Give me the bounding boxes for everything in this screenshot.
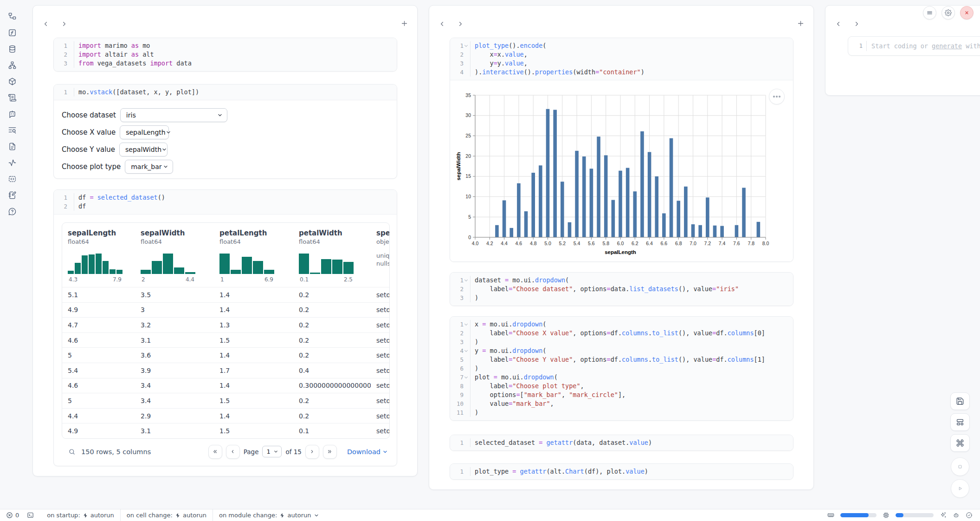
empty-code-cell[interactable]: 1 Start coding or generate with AI: [848, 36, 980, 56]
search-icon[interactable]: [68, 448, 76, 456]
cell-imports[interactable]: 1import marimo as mo2import altair as al…: [53, 38, 397, 72]
code-editor[interactable]: 1x = mo.ui.dropdown(2 label="Choose X va…: [450, 317, 793, 420]
ai-sparkles-button[interactable]: [940, 512, 947, 519]
add-cell-button[interactable]: [400, 20, 409, 28]
sidebar-data-sources-icon[interactable]: [7, 44, 17, 53]
generate-link[interactable]: generate: [932, 42, 962, 50]
code-editor[interactable]: 1plot_type = getattr(alt.Chart(df), plot…: [450, 464, 793, 479]
shutdown-button[interactable]: [960, 6, 974, 20]
column-histogram[interactable]: [141, 251, 195, 274]
copilot-button[interactable]: [953, 512, 960, 519]
sidebar-dependencies-icon[interactable]: [7, 60, 17, 70]
code-line: 4y = mo.ui.dropdown(: [450, 346, 793, 355]
table-row[interactable]: 4.63.41.40.30000000000000004setosa: [62, 378, 390, 393]
table-cell: 1.5: [214, 397, 293, 404]
table-row[interactable]: 4.931.40.2setosa: [62, 302, 390, 318]
svg-text:4.0: 4.0: [472, 241, 479, 246]
dropdown-select-choose-dataset[interactable]: iris: [120, 108, 227, 122]
next-page-button[interactable]: [305, 445, 319, 459]
table-row[interactable]: 4.42.91.40.2setosa: [62, 408, 390, 423]
column-header-petalLength[interactable]: petalLengthfloat6416.9: [214, 229, 293, 283]
runtime-config-on-module-change[interactable]: on module change:autorun: [213, 509, 325, 521]
column-histogram[interactable]: [299, 251, 354, 274]
column-header-petalWidth[interactable]: petalWidthfloat640.12.5: [293, 229, 371, 283]
column3-collapse-right-icon[interactable]: [853, 20, 861, 28]
table-row[interactable]: 53.61.40.2setosa: [62, 347, 390, 363]
column-header-species[interactable]: speciesobjectunique:nulls:: [371, 229, 390, 283]
runtime-config-on-startup[interactable]: on startup:autorun: [41, 509, 120, 521]
table-row[interactable]: 5.13.51.40.2setosa: [62, 287, 390, 302]
settings-button[interactable]: [941, 6, 955, 20]
svg-text:7.2: 7.2: [704, 241, 711, 246]
cell-plot-type[interactable]: 1plot_type = getattr(alt.Chart(df), plot…: [450, 463, 793, 480]
error-indicator[interactable]: 0: [6, 512, 19, 519]
cell-chart[interactable]: 1plot_type().encode(2 x=x.value,3 y=y.va…: [450, 38, 793, 262]
sidebar-outline-search-icon[interactable]: [7, 125, 17, 135]
connection-status-icon[interactable]: [966, 512, 973, 519]
sidebar-code-block-icon[interactable]: [7, 174, 17, 183]
save-button[interactable]: [950, 392, 970, 410]
dropdown-select-choose-y-value[interactable]: sepalWidth: [119, 143, 168, 156]
chart-menu-button[interactable]: [769, 89, 785, 104]
column-header-sepalLength[interactable]: sepalLengthfloat644.37.9: [62, 229, 135, 283]
cell-dataframe[interactable]: 1df = selected_dataset()2df sepalLengthf…: [53, 189, 397, 466]
table-row[interactable]: 5.43.91.70.4setosa: [62, 363, 390, 378]
sidebar-help-icon[interactable]: [7, 207, 17, 216]
sidebar-ai-chat-icon[interactable]: [7, 109, 17, 118]
terminal-button[interactable]: [27, 512, 34, 519]
code-line: 2 x=x.value,: [450, 50, 793, 59]
sidebar-snippets-icon[interactable]: [7, 142, 17, 151]
column1-collapse-left-icon[interactable]: [42, 20, 50, 28]
svg-text:6.6: 6.6: [661, 241, 668, 246]
table-row[interactable]: 4.73.21.30.2setosa: [62, 317, 390, 332]
add-cell-button[interactable]: [797, 20, 805, 28]
table-row[interactable]: 4.93.11.50.1setosa: [62, 423, 390, 438]
code-editor[interactable]: 1import marimo as mo2import altair as al…: [54, 38, 397, 71]
sidebar-packages-icon[interactable]: [7, 77, 17, 86]
cell-dataset-dropdown[interactable]: 1dataset = mo.ui.dropdown(2 label="Choos…: [450, 272, 793, 306]
dropdown-select-choose-plot-type[interactable]: mark_bar: [125, 160, 173, 174]
command-palette-button[interactable]: [950, 434, 970, 452]
altair-bar-chart[interactable]: 4.04.24.44.64.85.05.25.45.65.86.06.26.46…: [450, 80, 793, 261]
svg-text:7.0: 7.0: [690, 241, 696, 246]
sidebar-logs-icon[interactable]: [7, 93, 17, 102]
code-editor[interactable]: 1selected_dataset = getattr(data, datase…: [450, 435, 793, 450]
last-page-button[interactable]: [323, 445, 337, 459]
cpu-usage-meter[interactable]: [896, 513, 934, 517]
sidebar-file-explorer-icon[interactable]: [7, 12, 17, 21]
prev-page-button[interactable]: [226, 445, 240, 459]
first-page-button[interactable]: [208, 445, 222, 459]
table-cell: 1.7: [214, 367, 293, 374]
cell-vstack[interactable]: 1mo.vstack([dataset, x, y, plot]) Choose…: [53, 84, 397, 179]
layout-button[interactable]: [950, 413, 970, 431]
bar-chart-svg: 4.04.24.44.64.85.05.25.45.65.86.06.26.46…: [450, 80, 793, 261]
sidebar-tracing-icon[interactable]: [7, 158, 17, 167]
column2-collapse-right-icon[interactable]: [457, 20, 464, 28]
table-cell: 1.4: [214, 306, 293, 313]
column-histogram[interactable]: [219, 251, 274, 274]
code-editor[interactable]: 1df = selected_dataset()2df: [54, 190, 397, 215]
fold-icon: [464, 278, 469, 283]
sidebar-functions-icon[interactable]: [7, 28, 17, 37]
code-editor[interactable]: 1dataset = mo.ui.dropdown(2 label="Choos…: [450, 273, 793, 306]
table-row[interactable]: 4.63.11.50.2setosa: [62, 332, 390, 348]
code-editor[interactable]: 1plot_type().encode(2 x=x.value,3 y=y.va…: [450, 38, 793, 80]
column-histogram[interactable]: [68, 251, 122, 274]
cell-xy-plot-dropdowns[interactable]: 1x = mo.ui.dropdown(2 label="Choose X va…: [450, 316, 793, 421]
sidebar-scratchpad-icon[interactable]: [7, 190, 17, 200]
menu-button[interactable]: [923, 6, 936, 20]
column-header-sepalWidth[interactable]: sepalWidthfloat6424.4: [135, 229, 214, 283]
download-button[interactable]: Download: [347, 448, 388, 456]
stop-kernel-button[interactable]: [951, 457, 969, 476]
column1-collapse-right-icon[interactable]: [61, 20, 68, 28]
page-number-select[interactable]: 1: [262, 446, 282, 457]
cell-selected-dataset[interactable]: 1selected_dataset = getattr(data, datase…: [450, 435, 793, 451]
table-row[interactable]: 53.41.50.2setosa: [62, 393, 390, 408]
code-editor[interactable]: 1mo.vstack([dataset, x, y, plot]): [54, 85, 397, 100]
column2-collapse-left-icon[interactable]: [438, 20, 446, 28]
dropdown-select-choose-x-value[interactable]: sepalLength: [120, 125, 169, 139]
run-all-button[interactable]: [951, 479, 969, 498]
column3-collapse-left-icon[interactable]: [835, 20, 842, 28]
memory-usage-meter[interactable]: [840, 513, 877, 517]
runtime-config-on-cell-change[interactable]: on cell change:autorun: [121, 509, 213, 521]
